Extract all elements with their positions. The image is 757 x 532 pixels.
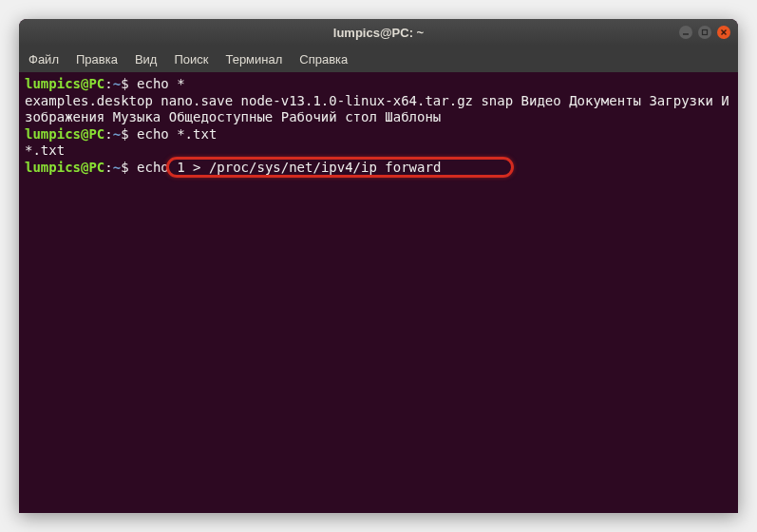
- prompt-user: lumpics@PC: [25, 160, 104, 175]
- prompt-path: ~: [113, 76, 121, 91]
- menu-edit[interactable]: Правка: [76, 52, 118, 66]
- terminal-window: lumpics@PC: ~ Файл Правка Вид Поиск Терм…: [19, 19, 738, 513]
- terminal-line: lumpics@PC:~$ echo *.txt: [25, 126, 732, 143]
- command-text: echo *: [129, 76, 185, 91]
- menubar: Файл Правка Вид Поиск Терминал Справка: [19, 46, 738, 72]
- prompt-path: ~: [113, 126, 121, 142]
- terminal-body[interactable]: lumpics@PC:~$ echo * examples.desktop na…: [19, 72, 738, 513]
- minimize-button[interactable]: [679, 26, 692, 39]
- prompt-path: ~: [113, 160, 121, 175]
- minimize-icon: [682, 28, 690, 36]
- terminal-line-highlighted: lumpics@PC:~$ echo 1 > /proc/sys/net/ipv…: [25, 160, 441, 177]
- terminal-output: examples.desktop nano.save node-v13.1.0-…: [25, 93, 732, 126]
- terminal-output: *.txt: [25, 142, 732, 160]
- menu-view[interactable]: Вид: [135, 52, 158, 66]
- prompt-user: lumpics@PC: [25, 76, 104, 91]
- prompt-separator: :: [104, 76, 112, 91]
- prompt-symbol: $: [121, 160, 128, 175]
- menu-file[interactable]: Файл: [28, 52, 59, 66]
- menu-terminal[interactable]: Терминал: [225, 52, 282, 66]
- maximize-icon: [701, 28, 709, 36]
- svg-rect-1: [703, 30, 708, 35]
- prompt-user: lumpics@PC: [25, 126, 104, 142]
- menu-help[interactable]: Справка: [299, 52, 348, 66]
- prompt-separator: :: [104, 126, 112, 142]
- terminal-line: lumpics@PC:~$ echo *: [25, 76, 732, 93]
- titlebar[interactable]: lumpics@PC: ~: [19, 19, 738, 46]
- window-controls: [679, 26, 730, 39]
- close-button[interactable]: [717, 26, 730, 39]
- prompt-separator: :: [104, 160, 112, 175]
- maximize-button[interactable]: [698, 26, 711, 39]
- command-text: echo 1 > /proc/sys/net/ipv4/ip_forward: [129, 160, 442, 175]
- prompt-symbol: $: [121, 126, 128, 142]
- command-text: echo *.txt: [129, 126, 218, 142]
- prompt-symbol: $: [121, 76, 128, 91]
- window-title: lumpics@PC: ~: [333, 26, 424, 40]
- close-icon: [720, 28, 728, 36]
- menu-search[interactable]: Поиск: [174, 52, 208, 66]
